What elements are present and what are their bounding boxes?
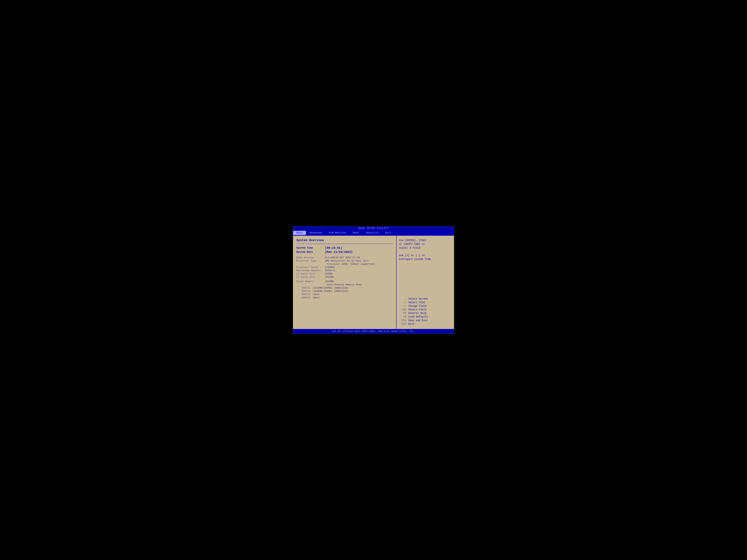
- key-f9-label: F9: [399, 315, 408, 318]
- keybindings: ↔ Select Screen ↑↓ Select Item +- Change…: [399, 297, 452, 326]
- ddrii4-row: DDRII4 : None: [296, 296, 393, 299]
- ddrii3-value: None: [313, 293, 319, 296]
- nav-item-boot[interactable]: Boot: [350, 231, 363, 235]
- nav-item-advanced[interactable]: Advanced: [306, 231, 325, 235]
- l1-cache-value: 256KB: [325, 272, 332, 275]
- system-date-row: System Date [Mon 11/28/2022]: [296, 250, 393, 254]
- footer-bar: v02.58 (C)Copyright 1985-2004, American …: [293, 329, 454, 334]
- key-f10-label: F10: [399, 319, 408, 322]
- ddrii4-value: None: [313, 296, 319, 299]
- bios-version-label: BIOS Version :: [296, 256, 325, 259]
- total-memory-label: Total Memory :: [296, 280, 325, 283]
- title-bar: BIOS SETUP UTILITY: [293, 226, 454, 230]
- ddrii1-colon: :: [311, 287, 313, 289]
- key-plusminus: +-: [399, 304, 408, 308]
- ddrii3-colon: :: [311, 293, 313, 296]
- memory-mode-value: Dual-Channel Memory Mode: [296, 284, 362, 286]
- nav-item-main[interactable]: Main: [293, 231, 306, 235]
- ddrii2-row: DDRII2 : 1024MB/266MHz (DDRII533): [296, 290, 393, 293]
- ddrii2-value: 1024MB/266MHz (DDRII533): [313, 290, 349, 293]
- ddrii2-label: DDRII2: [296, 290, 311, 293]
- help-line-4: Use [+] or [-] to: [399, 254, 452, 258]
- processor-type-label: Processor Type :: [296, 260, 325, 262]
- help-text: Use [ENTER], [TAB] or [SHIFT-TAB] to sel…: [399, 239, 452, 261]
- memory-mode-row: Dual-Channel Memory Mode: [296, 284, 393, 286]
- key-action-change-field: Change Field: [408, 304, 427, 308]
- microcode-row: Microcode Update: 60FB2/0: [296, 269, 393, 272]
- microcode-value: 60FB2/0: [325, 269, 335, 272]
- l2-cache-label: L2 Cache Size :: [296, 276, 325, 278]
- key-action-select-item: Select Item: [408, 301, 425, 304]
- key-action-select-screen: Select Screen: [408, 297, 428, 300]
- ddrii2-colon: :: [311, 290, 313, 293]
- nav-bar: Main Advanced H/W Monitor Boot Security …: [293, 230, 454, 236]
- system-date-label: System Date: [296, 250, 325, 254]
- help-line-2: or [SHIFT-TAB] to: [399, 242, 452, 246]
- key-select-screen: ↔ Select Screen: [399, 297, 452, 300]
- key-change-field: +- Change Field: [399, 304, 452, 308]
- system-time-value[interactable]: [06:23:51]: [325, 246, 342, 250]
- ddrii4-colon: :: [311, 296, 313, 299]
- nav-item-security[interactable]: Security: [363, 231, 382, 235]
- main-content: System Overview System Time [06:23:51] S…: [293, 236, 454, 329]
- total-memory-value: 2048MB: [325, 280, 334, 283]
- key-esc: ESC Exit: [399, 323, 452, 325]
- key-select-item: ↑↓ Select Item: [399, 301, 452, 304]
- help-line-1: Use [ENTER], [TAB]: [399, 239, 452, 242]
- bios-version-row: BIOS Version : ALiveNF4G-DVI BIOS P1.40: [296, 256, 393, 259]
- key-action-exit: Exit: [408, 323, 414, 325]
- key-esc-label: ESC: [399, 323, 408, 325]
- system-date-value[interactable]: [Mon 11/28/2022]: [325, 250, 353, 254]
- processor-speed-value: 2200MHz: [325, 266, 335, 269]
- memory-section: Total Memory : 2048MB Dual-Channel Memor…: [296, 280, 393, 299]
- key-tab: Tab: [399, 308, 408, 311]
- nav-item-hwmonitor[interactable]: H/W Monitor: [325, 231, 350, 235]
- key-f10: F10 Save and Exit: [399, 319, 452, 322]
- key-f1-label: F1: [399, 312, 408, 315]
- divider: [296, 244, 393, 244]
- l1-cache-label: L1 Cache Size :: [296, 272, 325, 275]
- microcode-label: Microcode Update:: [296, 269, 325, 272]
- total-memory-row: Total Memory : 2048MB: [296, 280, 393, 283]
- key-arrows-ud: ↑↓: [399, 301, 408, 304]
- bios-container: BIOS SETUP UTILITY Main Advanced H/W Mon…: [293, 226, 454, 334]
- l2-cache-value: 1024KB: [325, 276, 334, 278]
- nav-item-exit[interactable]: Exit: [382, 231, 395, 235]
- system-time-row: System Time [06:23:51]: [296, 246, 393, 250]
- processor-type-row: Processor Type : AMD Athlon(tm) 64 X2 Du…: [296, 260, 393, 262]
- l2-cache-row: L2 Cache Size : 1024KB: [296, 276, 393, 278]
- ddrii3-label: DDRII3: [296, 293, 311, 296]
- ddrii1-value: 1024MB/266MHz (DDRII533): [313, 287, 349, 289]
- ddrii3-row: DDRII3 : None: [296, 293, 393, 296]
- key-action-select-field: Select Field: [408, 308, 427, 311]
- ddrii1-label: DDRII1: [296, 287, 311, 289]
- key-arrows-lr: ↔: [399, 297, 408, 300]
- footer-text: v02.58 (C)Copyright 1985-2004, American …: [332, 330, 415, 332]
- l1-cache-row: L1 Cache Size : 256KB: [296, 272, 393, 275]
- key-f9: F9 Load Defaults: [399, 315, 452, 318]
- help-line-5: configure system Time.: [399, 258, 452, 261]
- key-action-load-defaults: Load Defaults: [408, 315, 428, 318]
- processor-type-value: AMD Athlon(tm) 64 X2 Dual Core: [325, 260, 369, 262]
- processor-speed-label: Processor Speed :: [296, 266, 325, 269]
- left-panel: System Overview System Time [06:23:51] S…: [293, 236, 396, 329]
- right-panel: Use [ENTER], [TAB] or [SHIFT-TAB] to sel…: [396, 236, 454, 329]
- ddrii1-row: DDRII1 : 1024MB/266MHz (DDRII533): [296, 287, 393, 289]
- processor-continued-row: Processor 4200+ (64bit supported): [296, 263, 393, 265]
- processor-speed-row: Processor Speed : 2200MHz: [296, 266, 393, 269]
- section-title: System Overview: [296, 239, 393, 242]
- key-action-save-exit: Save and Exit: [408, 319, 428, 322]
- key-action-general-help: General Help: [408, 312, 427, 315]
- help-line-3: select a field.: [399, 246, 452, 250]
- processor-continued-value: Processor 4200+ (64bit supported): [296, 263, 375, 265]
- title-text: BIOS SETUP UTILITY: [358, 227, 389, 230]
- system-time-label: System Time: [296, 246, 325, 250]
- key-f1: F1 General Help: [399, 312, 452, 315]
- bios-version-value: ALiveNF4G-DVI BIOS P1.40: [325, 256, 360, 259]
- ddrii4-label: DDRII4: [296, 296, 311, 299]
- key-select-field: Tab Select Field: [399, 308, 452, 311]
